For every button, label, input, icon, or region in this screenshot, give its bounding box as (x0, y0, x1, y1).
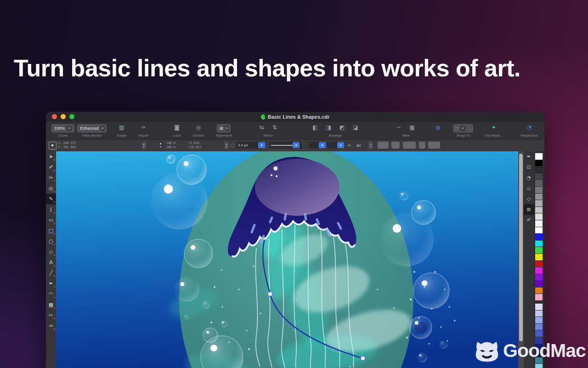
bubble (399, 191, 408, 201)
position-stepper[interactable]: ▲▼ (141, 142, 146, 149)
goodmac-logo: GoodMac (474, 339, 586, 362)
color-swatch[interactable] (535, 160, 543, 167)
color-swatch[interactable] (535, 153, 543, 160)
bubble-highlight (419, 355, 421, 356)
pick-tool[interactable]: ➤ (46, 151, 56, 162)
bubble-highlight (164, 184, 173, 194)
color-swatch[interactable] (535, 200, 543, 207)
rectangle-tool-icon: ▭ (49, 217, 53, 223)
start-arrowhead-dropdown[interactable]: ▾ (319, 142, 326, 148)
propbar-button-1[interactable] (378, 142, 389, 149)
inspector-tool-3[interactable]: ◔ (524, 172, 534, 183)
color-swatch[interactable] (535, 194, 543, 200)
pencil-tool-icon: ✏ (49, 312, 53, 318)
bubble-highlight (169, 156, 170, 158)
color-swatch[interactable] (535, 234, 543, 240)
color-swatch[interactable] (535, 167, 543, 173)
smoothing-stepper[interactable]: ▲▼ (368, 142, 373, 149)
speckle (377, 289, 379, 290)
color-swatch[interactable] (535, 288, 543, 294)
end-arrowhead-field[interactable] (327, 142, 338, 149)
spiral-tool-icon: ʃ (50, 207, 52, 213)
color-swatch[interactable] (535, 324, 543, 330)
inspector-tool-4[interactable]: ▫ (524, 183, 534, 194)
ellipse-tool[interactable]: ○ (46, 236, 56, 247)
size-fields[interactable]: 75.059110.023 (188, 142, 201, 149)
table-tool[interactable]: ▦ (46, 299, 56, 310)
line-style-dropdown[interactable]: ▾ (293, 142, 300, 148)
color-swatch[interactable] (535, 364, 543, 368)
crop-tool[interactable]: ✂ (46, 172, 56, 183)
color-swatch[interactable] (535, 213, 543, 220)
speckle (434, 271, 436, 273)
propbar-button-2[interactable] (391, 142, 400, 149)
text-tool[interactable]: A (46, 257, 56, 268)
color-swatch[interactable] (535, 267, 543, 274)
smart-drawing-tool[interactable]: ◠ (46, 289, 56, 299)
propbar-button-4[interactable] (419, 142, 425, 149)
vertical-scrollbar[interactable] (518, 151, 524, 368)
curve-node-mid[interactable] (268, 292, 272, 296)
color-swatch[interactable] (535, 304, 543, 310)
color-swatch[interactable] (535, 180, 543, 186)
toolbox: ➤✐✂◎✎ʃ▭□○◇A╱✒◠▦✏✑ (46, 151, 56, 368)
position-fields[interactable]: X: 249.575Y: 205.842 (58, 142, 76, 149)
artwork (56, 151, 518, 368)
eraser-icon: ▧ (119, 124, 124, 131)
artistic-media-tool[interactable]: ✑ (46, 321, 56, 331)
color-swatch[interactable] (535, 247, 543, 253)
toolbar-label: Alignment (215, 133, 232, 138)
drawing-canvas[interactable] (56, 151, 518, 368)
scale-fields[interactable]: 100.0100.0 (166, 142, 175, 149)
polygon-tool[interactable]: ◇ (46, 247, 56, 257)
color-swatch[interactable] (535, 254, 543, 260)
inspector-tool-1[interactable]: ✒ (524, 151, 534, 162)
inspector-tool-5[interactable]: ◇ (524, 194, 534, 204)
bubble-highlight (422, 280, 427, 286)
bubble (380, 213, 434, 266)
color-swatch[interactable] (535, 241, 543, 247)
end-arrowhead-dropdown[interactable]: ▾ (337, 142, 344, 148)
color-swatch[interactable] (535, 317, 543, 323)
color-swatch[interactable] (535, 187, 543, 193)
color-swatch[interactable] (535, 281, 543, 287)
bubble (413, 273, 449, 309)
start-arrowhead-field[interactable] (309, 142, 320, 149)
rectangle-tool[interactable]: ▭ (46, 215, 56, 225)
color-swatch[interactable] (535, 294, 543, 300)
bubble-highlight (180, 282, 184, 286)
zoom-tool[interactable]: ◎ (46, 183, 56, 194)
color-swatch[interactable] (535, 330, 543, 337)
freehand-tool[interactable]: ✎ (46, 194, 56, 204)
curve-node-end[interactable] (361, 356, 365, 361)
inspector-tool-2[interactable]: ⊡ (524, 162, 534, 172)
size-stepper[interactable]: ▲▼ (224, 142, 229, 149)
color-swatch[interactable] (535, 227, 543, 234)
inspector-tool-7[interactable]: ✐ (524, 215, 534, 225)
color-swatch[interactable] (535, 207, 543, 213)
rounded-rectangle-tool[interactable]: □ (46, 225, 56, 236)
inspector-tool-6[interactable]: ⊠ (524, 204, 534, 215)
color-swatch[interactable] (535, 173, 543, 180)
goodmac-cat-icon (474, 339, 500, 362)
color-swatch[interactable] (535, 310, 543, 317)
outline-width-field[interactable]: 3.0 px (236, 142, 259, 149)
spiral-tool[interactable]: ʃ (46, 204, 56, 215)
toolbar-label: View Modes (82, 133, 102, 138)
line-tool[interactable]: ╱ (46, 268, 56, 278)
bezier-tool[interactable]: ✒ (46, 278, 56, 289)
propbar-button-3[interactable] (403, 142, 416, 149)
color-swatch[interactable] (535, 261, 543, 267)
color-swatch[interactable] (535, 274, 543, 281)
scrollbar-thumb[interactable] (519, 154, 523, 341)
pencil-tool[interactable]: ✏ (46, 310, 56, 321)
outline-width-dropdown[interactable]: ▾ (258, 142, 265, 148)
inspector-tool-4-icon: ▫ (527, 185, 530, 191)
inspector-tool-3-icon: ◔ (526, 175, 531, 181)
speckle (248, 348, 250, 350)
color-swatch[interactable] (535, 220, 543, 227)
ellipse-tool-icon: ○ (49, 238, 53, 244)
propbar-button-5[interactable] (428, 142, 440, 149)
inspector-tool-2-icon: ⊡ (526, 164, 531, 170)
shape-tool[interactable]: ✐ (46, 162, 56, 172)
